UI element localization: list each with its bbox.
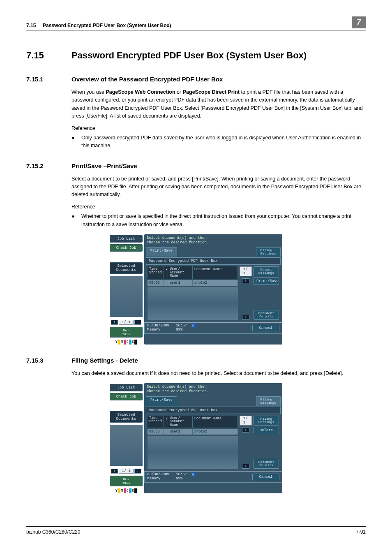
cell-user: user1 — [168, 280, 193, 286]
page-down-icon[interactable]: ↓ — [134, 320, 141, 325]
sub-text: Print/Save −Print/Save — [71, 162, 137, 169]
delete-button[interactable]: Delete — [254, 427, 279, 434]
filing-settings-button[interactable]: Filing Settings — [254, 416, 279, 426]
section-text: Password Encrypted PDF User Box (System … — [71, 50, 307, 61]
cell-user: user1 — [168, 429, 193, 435]
toner-y-label: Y — [115, 340, 118, 344]
subheading-7-15-1: 7.15.1 Overview of the Password Encrypte… — [26, 76, 366, 83]
para-bold: PageScope Web Connection — [106, 89, 175, 95]
table-header: Time Stored ▸ User/ Account Name Documen… — [148, 416, 238, 428]
reference-text: Whether to print or save is specified in… — [81, 213, 366, 229]
left-paging: 1/ 1 — [119, 469, 134, 474]
memory-value: 99% — [176, 476, 182, 481]
job-list-tab[interactable]: Job List — [110, 235, 143, 243]
selected-documents-tab[interactable]: Selected Documents — [110, 411, 143, 423]
chapter-badge: 7 — [352, 16, 366, 28]
footer-left: bizhub C360/C280/C220 — [26, 529, 80, 535]
memory-value: 99% — [176, 328, 182, 332]
panel-title: Password Encrypted PDF User Box — [146, 257, 281, 265]
toner-levels: Y M C K — [110, 488, 143, 493]
instruction-line: choose the desired function. — [147, 389, 280, 394]
toner-m-label: M — [121, 489, 123, 493]
scroll-up-icon[interactable]: ↑ — [242, 278, 249, 283]
col-user: User/ Account Name — [168, 416, 193, 428]
scroll-up-icon[interactable]: ↑ — [242, 428, 249, 432]
selected-documents-tab[interactable]: Selected Documents — [110, 262, 143, 274]
tab-print-save[interactable]: Print/Save — [146, 247, 177, 257]
col-sel[interactable]: ▸ — [164, 416, 168, 428]
check-job-tab[interactable]: Check Job — [110, 393, 143, 400]
reference-label: Reference — [71, 203, 366, 211]
instruction-line: Select document(s) and then — [147, 236, 280, 240]
reference-text: Only password encrypted PDF data saved b… — [81, 134, 366, 150]
body-7-15-3: You can delete a saved document if it do… — [71, 370, 366, 377]
col-doc: Document Name — [193, 416, 238, 428]
reference-item: ● Whether to print or save is specified … — [71, 213, 366, 229]
para-text: or — [175, 89, 183, 95]
tab-print-save[interactable]: Print/Save — [146, 396, 177, 406]
instruction-line: choose the desired function. — [147, 240, 280, 245]
tab-filing-settings[interactable]: Filing Settings — [256, 247, 281, 257]
document-details-button[interactable]: Document Details — [254, 310, 279, 320]
table-row[interactable]: 09:36 user1 photo2 — [148, 429, 238, 435]
subheading-7-15-2: 7.15.2 Print/Save −Print/Save — [26, 162, 366, 169]
memory-label: Memory — [147, 476, 160, 481]
print-save-button[interactable]: Print/Save — [254, 278, 279, 285]
screenshot-printsave: Job List Check Job Selected Documents ↑ … — [110, 234, 282, 345]
cell-doc: photo2 — [193, 429, 238, 435]
status-icon: ⎙ — [191, 472, 195, 476]
reference-item: ● Only password encrypted PDF data saved… — [71, 134, 366, 150]
time-label: 16:57 — [176, 472, 187, 476]
sub-num: 7.15.3 — [26, 357, 55, 364]
header-section-num: 7.15 — [26, 23, 36, 28]
cancel-button[interactable]: Cancel — [252, 474, 279, 480]
bullet-icon: ● — [71, 134, 76, 150]
col-sel[interactable]: ▸ — [164, 266, 168, 279]
date-label: 03/30/2009 — [147, 472, 169, 476]
memory-label: Memory — [147, 328, 160, 332]
footer-right: 7-91 — [356, 529, 366, 535]
paging-indicator: 1/ 1 — [240, 266, 252, 276]
body-7-15-1: When you use PageScope Web Connection or… — [71, 88, 366, 150]
cell-time: 09:36 — [148, 280, 164, 286]
col-doc: Document Name — [193, 266, 238, 279]
page-up-icon[interactable]: ↑ — [111, 469, 118, 474]
scroll-down-icon[interactable]: ↓ — [242, 464, 249, 469]
tab-filing-settings[interactable]: Filing Settings — [256, 396, 281, 406]
cell-doc: photo2 — [193, 280, 238, 286]
section-num: 7.15 — [26, 50, 55, 61]
screenshot-delete: Job List Check Job Selected Documents ↑ … — [110, 383, 282, 493]
scroll-down-icon[interactable]: ↓ — [242, 315, 249, 320]
detail-button[interactable]: De- tail — [110, 327, 143, 338]
paging-indicator: 1/ 1 — [240, 416, 252, 426]
toner-m-label: M — [121, 340, 123, 344]
document-details-button[interactable]: Document Details — [254, 459, 279, 469]
check-job-tab[interactable]: Check Job — [110, 244, 143, 252]
time-label: 16:57 — [176, 324, 187, 328]
reference-label: Reference — [71, 125, 366, 132]
left-paging: 1/ 1 — [119, 320, 134, 325]
cell-blank — [164, 429, 168, 435]
panel-title: Password Encrypted PDF User Box — [146, 407, 281, 414]
sub-num: 7.15.1 — [26, 76, 55, 83]
bullet-icon: ● — [71, 213, 76, 229]
page-up-icon[interactable]: ↑ — [111, 320, 118, 325]
cell-blank — [164, 280, 168, 286]
para-text: You can delete a saved document if it do… — [71, 370, 366, 377]
table-row[interactable]: 09:36 user1 photo2 — [148, 280, 238, 286]
cell-time: 09:36 — [148, 429, 164, 435]
job-list-tab[interactable]: Job List — [110, 384, 143, 391]
table-header: Time Stored ▸ User/ Account Name Documen… — [148, 266, 238, 279]
detail-button[interactable]: De- tail — [110, 476, 143, 486]
cancel-button[interactable]: Cancel — [252, 325, 279, 331]
page-down-icon[interactable]: ↓ — [134, 469, 141, 474]
sub-num: 7.15.2 — [26, 162, 55, 169]
para-text: When you use — [71, 89, 106, 95]
output-settings-button[interactable]: Output Settings — [254, 266, 279, 276]
sub-text: Filing Settings - Delete — [71, 357, 138, 364]
toner-y-label: Y — [115, 489, 118, 493]
col-time: Time Stored — [148, 416, 164, 428]
subheading-7-15-3: 7.15.3 Filing Settings - Delete — [26, 357, 366, 364]
sub-text: Overview of the Password Encrypted PDF U… — [71, 76, 223, 83]
status-icon: ⎙ — [191, 323, 195, 328]
